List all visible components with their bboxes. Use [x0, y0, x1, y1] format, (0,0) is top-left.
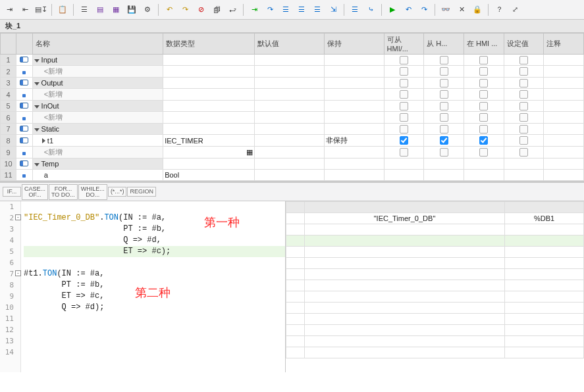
checkbox[interactable] [400, 113, 408, 122]
checkbox[interactable] [440, 90, 448, 99]
tb-btn[interactable]: ⮐ [226, 3, 239, 16]
checkbox[interactable] [479, 113, 488, 122]
col-header[interactable]: 名称 [32, 34, 163, 55]
checkbox[interactable] [440, 56, 448, 64]
table-row[interactable]: 2 <新增 [1, 66, 584, 78]
checkbox[interactable] [440, 67, 448, 76]
tb-btn[interactable]: ⇥ [248, 3, 261, 16]
checkbox[interactable] [519, 56, 528, 64]
checkbox[interactable] [519, 79, 528, 87]
col-header[interactable]: 在 HMI ... [464, 34, 504, 55]
tb-btn[interactable]: ⚙ [141, 3, 154, 16]
ref-addr[interactable]: %DB1 [505, 213, 584, 224]
checkbox[interactable] [479, 102, 488, 110]
checkbox[interactable] [440, 125, 448, 134]
table-row[interactable]: 8 t1IEC_TIMER非保持 [1, 135, 584, 147]
checkbox[interactable] [479, 79, 488, 87]
tb-btn[interactable]: ▦ [109, 3, 122, 16]
tb-btn[interactable]: ✕ [455, 3, 468, 16]
table-row[interactable]: 1 Input [1, 55, 584, 66]
tb-btn[interactable]: ↶ [402, 3, 415, 16]
tb-btn[interactable]: ▤↧ [34, 3, 47, 16]
checkbox[interactable] [440, 148, 448, 157]
checkbox[interactable] [400, 136, 408, 145]
checkbox[interactable] [400, 102, 408, 110]
tb-btn[interactable]: ⊘ [194, 3, 207, 16]
col-header[interactable]: 数据类型 [163, 34, 255, 55]
checkbox[interactable] [400, 125, 408, 134]
table-row[interactable]: 4 <新增 [1, 89, 584, 101]
snippet-button[interactable]: (*...*) [108, 187, 127, 197]
checkbox[interactable] [440, 113, 448, 122]
tb-btn[interactable]: 💾 [125, 3, 138, 16]
table-row[interactable]: 6 <新增 [1, 112, 584, 124]
checkbox[interactable] [519, 90, 528, 99]
checkbox[interactable] [400, 56, 408, 64]
checkbox[interactable] [519, 67, 528, 76]
col-header[interactable]: 可从 HMI/... [384, 34, 424, 55]
checkbox[interactable] [479, 136, 488, 145]
fold-icon[interactable]: - [15, 214, 21, 220]
snippet-button[interactable]: WHILE...DO... [78, 184, 107, 200]
checkbox[interactable] [440, 102, 448, 110]
code-editor[interactable]: 12-34567-891011121314 "IEC_Timer_0_DB".T… [0, 201, 286, 372]
tb-btn[interactable]: ↷ [417, 3, 431, 16]
col-header[interactable]: 默认值 [255, 34, 325, 55]
expand-icon[interactable] [34, 82, 40, 86]
checkbox[interactable] [519, 125, 528, 134]
checkbox[interactable] [519, 113, 528, 122]
table-row[interactable]: 9 <新增 ▦ [1, 147, 584, 159]
checkbox[interactable] [400, 79, 408, 87]
expand-icon[interactable] [34, 128, 40, 132]
table-row[interactable]: 11 aBool [1, 170, 584, 181]
tb-btn[interactable]: 🗐 [210, 3, 223, 16]
expand-icon[interactable] [34, 163, 40, 166]
tb-btn[interactable]: 🔒 [471, 3, 484, 16]
snippet-button[interactable]: REGION [127, 187, 156, 197]
table-row[interactable]: 5 InOut [1, 101, 584, 112]
checkbox[interactable] [479, 56, 488, 64]
tb-btn[interactable]: 👓 [439, 3, 452, 16]
checkbox[interactable] [400, 148, 408, 157]
tb-btn[interactable]: ☰ [348, 3, 361, 16]
fold-icon[interactable]: - [15, 270, 21, 276]
tb-btn[interactable]: ☰ [311, 3, 324, 16]
redo-btn[interactable]: ↷ [178, 3, 192, 16]
tb-btn[interactable]: ⤷ [364, 3, 377, 16]
expand-icon[interactable] [34, 59, 40, 62]
ref-name[interactable]: "IEC_Timer_0_DB" [305, 213, 505, 224]
col-header[interactable]: 设定值 [504, 34, 544, 55]
tb-btn[interactable]: ⇥ [3, 3, 16, 16]
col-header[interactable]: 从 H... [424, 34, 464, 55]
tb-btn[interactable]: ⇤ [18, 3, 32, 16]
checkbox[interactable] [400, 67, 408, 76]
checkbox[interactable] [400, 90, 408, 99]
snippet-button[interactable]: CASE...OF... [22, 184, 48, 200]
col-header[interactable]: 注释 [544, 34, 584, 55]
table-row[interactable]: 3 Output [1, 78, 584, 89]
undo-btn[interactable]: ↶ [163, 3, 176, 16]
expand-icon[interactable] [34, 105, 40, 109]
checkbox[interactable] [479, 125, 488, 134]
tb-btn[interactable]: ☰ [279, 3, 292, 16]
tb-btn[interactable]: ▶ [386, 3, 399, 16]
expand-icon[interactable] [42, 138, 45, 143]
checkbox[interactable] [519, 102, 528, 110]
col-header[interactable]: 保持 [325, 34, 384, 55]
snippet-button[interactable]: FOR...TO DO... [49, 184, 78, 200]
tb-btn[interactable]: ↷ [263, 3, 277, 16]
tb-btn[interactable]: ⤢ [508, 3, 521, 16]
checkbox[interactable] [440, 79, 448, 87]
tb-btn[interactable]: ☰ [295, 3, 308, 16]
tb-btn[interactable]: ⇲ [327, 3, 340, 16]
tb-btn[interactable]: ？ [492, 3, 506, 16]
checkbox[interactable] [479, 148, 488, 157]
checkbox[interactable] [519, 148, 528, 157]
table-row[interactable]: 10 Temp [1, 159, 584, 170]
tb-btn[interactable]: 📋 [56, 3, 69, 16]
tb-btn[interactable]: ▤ [93, 3, 107, 16]
tb-btn[interactable]: ☰ [78, 3, 91, 16]
snippet-button[interactable]: IF... [3, 187, 21, 197]
table-row[interactable]: 7 Static [1, 124, 584, 135]
checkbox[interactable] [440, 136, 448, 145]
